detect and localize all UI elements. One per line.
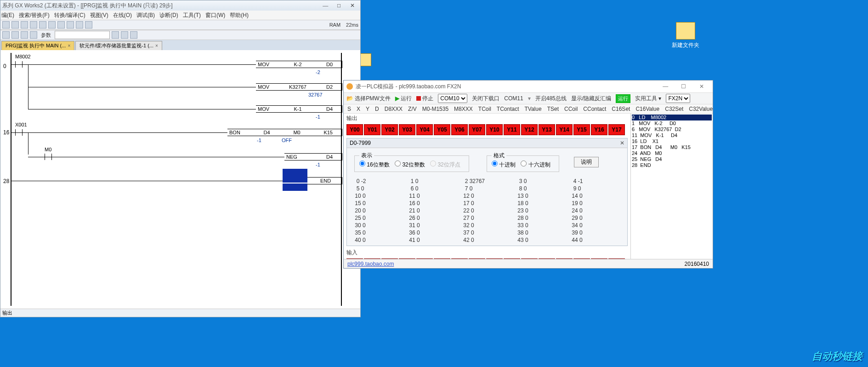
tab-prg-main[interactable]: PRG]监视 执行中 MAIN (... × <box>1 41 74 50</box>
run-button[interactable]: ▶ 运行 <box>395 95 412 103</box>
d-register-cell[interactable]: 32 0 <box>460 222 514 229</box>
neg-instruction[interactable]: NEG D4 <box>284 153 342 161</box>
opt-32bit[interactable]: 32位整数 <box>395 161 425 168</box>
d-register-cell[interactable]: 38 0 <box>514 229 568 236</box>
d-register-cell[interactable]: 4 -1 <box>568 178 623 185</box>
mov-instruction[interactable]: MOV K-2 D0 <box>256 61 342 68</box>
y-output-button[interactable]: Y00 <box>346 124 363 135</box>
sim-tab[interactable]: Z/V <box>408 106 417 112</box>
y-output-button[interactable]: Y05 <box>434 124 450 135</box>
asm-line[interactable]: 25 NEG D4 <box>632 156 712 162</box>
d-register-cell[interactable]: 30 0 <box>352 222 406 229</box>
asm-line[interactable]: 17 BON D4 M0 K15 <box>632 144 712 150</box>
sim-tab[interactable]: CCoil <box>564 106 578 112</box>
toolbar-icon[interactable] <box>21 21 28 29</box>
d-register-cell[interactable]: 3 0 <box>514 178 568 185</box>
sim-tab[interactable]: C16Value <box>635 106 659 112</box>
d-register-cell[interactable]: 14 0 <box>568 192 623 200</box>
d-register-cell[interactable]: 28 0 <box>514 214 568 222</box>
minimize-button[interactable]: — <box>319 2 331 9</box>
tab-device-monitor[interactable]: 软元件/缓冲存储器批量监视-1 (... × <box>75 41 162 50</box>
d-register-cell[interactable]: 8 0 <box>514 185 568 192</box>
d-register-cell[interactable]: 2 32767 <box>460 178 514 185</box>
d-register-cell[interactable]: 44 0 <box>568 236 623 244</box>
open485-button[interactable]: 开启485总线 <box>535 95 567 103</box>
y-output-button[interactable]: Y01 <box>364 124 380 135</box>
d-register-cell[interactable]: 25 0 <box>352 214 406 222</box>
d-register-cell[interactable]: 7 0 <box>460 185 514 192</box>
opt-hex[interactable]: 十六进制 <box>521 161 550 168</box>
y-output-button[interactable]: Y13 <box>539 124 555 135</box>
menu-item[interactable]: 在线(O) <box>113 11 132 19</box>
tab-close-icon[interactable]: × <box>155 43 158 48</box>
d-register-cell[interactable]: 37 0 <box>460 229 514 236</box>
close-button[interactable]: ✕ <box>346 2 358 9</box>
sim-tab[interactable]: TCoil <box>478 106 491 112</box>
y-output-button[interactable]: Y03 <box>399 124 415 135</box>
mov-instruction[interactable]: MOV K-1 D4 <box>256 105 342 113</box>
y-output-button[interactable]: Y15 <box>573 124 590 135</box>
toolbar-icon[interactable] <box>57 21 65 29</box>
disassembly-list[interactable]: 0 LD M8002 1 MOV K-2 D06 MOV K32767 D211… <box>631 114 713 259</box>
asm-line[interactable]: 11 MOV K-1 D4 <box>632 132 712 138</box>
maximize-button[interactable]: ☐ <box>675 83 692 90</box>
menu-item[interactable]: 视图(V) <box>90 11 108 19</box>
y-output-button[interactable]: Y16 <box>591 124 607 135</box>
sim-tab[interactable]: S <box>347 106 351 112</box>
desktop-folder[interactable]: 新建文件夹 <box>672 22 699 49</box>
d-register-cell[interactable]: 42 0 <box>460 236 514 244</box>
d-register-cell[interactable]: 0 -2 <box>352 178 406 185</box>
opt-decimal[interactable]: 十进制 <box>492 161 516 168</box>
asm-line[interactable]: 6 MOV K32767 D2 <box>632 126 712 132</box>
menu-item[interactable]: 编(E) <box>1 11 14 19</box>
maximize-button[interactable]: □ <box>333 2 345 9</box>
stop-button[interactable]: 停止 <box>416 95 433 103</box>
opt-float[interactable]: 32位浮点 <box>430 161 460 168</box>
d-register-cell[interactable]: 9 0 <box>568 185 623 192</box>
ladder-editor[interactable]: 0 16 28 M8002 MOV K-2 D0 -2 MOV K32767 D… <box>0 50 360 309</box>
d-register-cell[interactable]: 39 0 <box>568 229 623 236</box>
d-register-cell[interactable]: 21 0 <box>406 207 460 214</box>
toolbar-icon[interactable] <box>112 31 119 39</box>
d-register-cell[interactable]: 13 0 <box>514 192 568 200</box>
menu-item[interactable]: 窗口(W) <box>205 11 225 19</box>
toolbar-icon[interactable] <box>11 21 19 29</box>
y-output-button[interactable]: Y06 <box>451 124 468 135</box>
d-register-cell[interactable]: 22 0 <box>460 207 514 214</box>
toolbar-icon[interactable] <box>11 31 19 39</box>
asm-line[interactable]: 1 MOV K-2 D0 <box>632 120 712 126</box>
d-register-cell[interactable]: 33 0 <box>514 222 568 229</box>
sim-tab[interactable]: C32Set <box>665 106 683 112</box>
tab-close-icon[interactable]: × <box>68 43 70 48</box>
y-output-button[interactable]: Y02 <box>381 124 398 135</box>
asm-line[interactable]: 16 LD X1 <box>632 138 712 144</box>
minimize-button[interactable]: — <box>657 83 674 90</box>
d-register-cell[interactable]: 19 0 <box>568 200 623 207</box>
sim-tab[interactable]: D <box>375 106 379 112</box>
sim-tab[interactable]: TValue <box>525 106 542 112</box>
d-register-cell[interactable]: 41 0 <box>406 236 460 244</box>
y-output-button[interactable]: Y17 <box>608 124 625 135</box>
d-register-cell[interactable]: 24 0 <box>568 207 623 214</box>
simulator-titlebar[interactable]: 凌一PLC模拟器 - plc999.taobao.com FX2N — ☐ ✕ <box>344 80 713 92</box>
disasm-toggle[interactable]: 显示/隐藏反汇编 <box>571 95 611 103</box>
y-output-button[interactable]: Y14 <box>556 124 573 135</box>
tools-menu[interactable]: 实用工具 ▾ <box>635 95 661 103</box>
bon-instruction[interactable]: BON D4 M0 K15 <box>227 129 342 136</box>
desktop-folder-2[interactable] <box>359 53 371 66</box>
d-register-cell[interactable]: 5 0 <box>352 185 406 192</box>
sim-tab[interactable]: M0-M1535 <box>422 106 448 112</box>
y-output-button[interactable]: Y11 <box>504 124 520 135</box>
sim-tab[interactable]: D8XXX <box>385 106 403 112</box>
gxworks-titlebar[interactable]: 系列 GX Works2 (工程未设置) - [[PRG]监视 执行中 MAIN… <box>0 0 360 11</box>
y-output-button[interactable]: Y10 <box>486 124 503 135</box>
menu-item[interactable]: 工具(T) <box>183 11 201 19</box>
y-output-button[interactable]: Y04 <box>416 124 433 135</box>
d-register-cell[interactable]: 11 0 <box>406 192 460 200</box>
y-output-button[interactable]: Y12 <box>521 124 538 135</box>
sim-tab[interactable]: C16Set <box>612 106 630 112</box>
d-register-cell[interactable]: 31 0 <box>406 222 460 229</box>
d-register-cell[interactable]: 26 0 <box>406 214 460 222</box>
d-register-cell[interactable]: 6 0 <box>406 185 460 192</box>
d-register-cell[interactable]: 27 0 <box>460 214 514 222</box>
